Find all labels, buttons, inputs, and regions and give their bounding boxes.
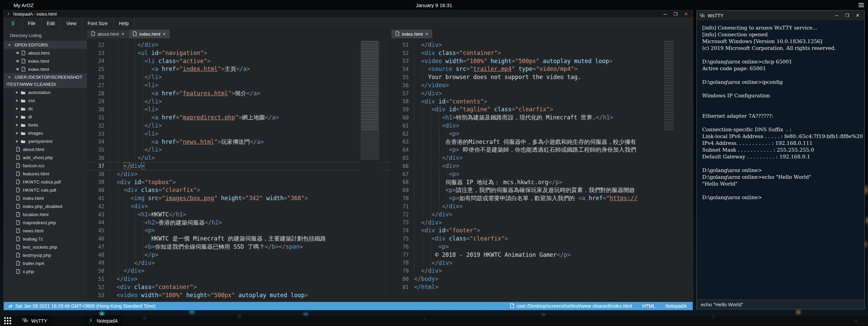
sidebar-file-index.php-disabled[interactable]: index.php_disabled	[4, 202, 87, 210]
taskbar-item-label: NotepadA	[97, 318, 118, 324]
minimap-right[interactable]	[663, 38, 675, 302]
editor-tab-index.html[interactable]: index.html✕	[391, 30, 433, 38]
sidebar-file-add-vhost.php[interactable]: add_vhost.php	[4, 153, 87, 161]
open-editor-item[interactable]: ✕about.html	[4, 49, 87, 57]
sidebar-folder-yamiyamimi[interactable]: ▶yamiyamimi	[4, 137, 87, 145]
file-label: testmysql.php	[23, 253, 51, 258]
file-icon	[133, 31, 137, 37]
sidebar-file-index.html[interactable]: index.html	[4, 194, 87, 202]
folder-label: dc	[28, 106, 33, 111]
file-icon	[510, 303, 514, 309]
sidebar-folder-images[interactable]: ▶images	[4, 129, 87, 137]
code-line-35: 35</li>	[87, 146, 391, 154]
folder-label: css	[28, 98, 35, 103]
chevron-right-icon: ▶	[16, 131, 21, 135]
code-line-77: 77© 2018 - 2019 HKWTC Animation Gamer</p…	[391, 251, 693, 259]
file-icon	[16, 269, 20, 274]
sidebar-file-trailer.mp4[interactable]: trailer.mp4	[4, 259, 87, 267]
notepad-logo-icon	[88, 318, 93, 324]
scrollbar-thumb[interactable]	[360, 41, 379, 160]
wstty-maximize-button[interactable]: ❒	[845, 13, 849, 18]
menu-font-size[interactable]: Font Size	[82, 17, 113, 29]
menu-view[interactable]: View	[61, 17, 82, 29]
code-line-36: 36</ul>	[87, 154, 391, 162]
sidebar-folder-dl[interactable]: ▶dl	[4, 113, 87, 121]
sidebar-file-location.html[interactable]: location.html	[4, 210, 87, 218]
sidebar-file-testmysql.php[interactable]: testmysql.php	[4, 251, 87, 259]
sidebar-folder-fonts[interactable]: ▶fonts	[4, 121, 87, 129]
status-file-path: user:/Desktop/screenshot/test/www cleane…	[517, 303, 632, 309]
notepad-close-button[interactable]: ✕	[684, 12, 688, 16]
wstty-minimize-button[interactable]: ─	[835, 13, 838, 18]
open-editor-item[interactable]: ✕index.html	[4, 65, 87, 73]
folder-icon	[21, 123, 25, 127]
code-line-24: 24<li class="active">	[87, 57, 391, 65]
editor-tab-about.html[interactable]: about.html✕	[87, 30, 129, 38]
sidebar-file-HKWTC-notice.pdf[interactable]: HKWTC notice.pdf	[4, 178, 87, 186]
code-line-71: 71</div>	[391, 203, 693, 211]
tab-close-icon[interactable]: ✕	[425, 32, 428, 36]
sidebar-folder-css[interactable]: ▶css	[4, 96, 87, 104]
code-line-62: 62<p>	[391, 130, 693, 138]
sidebar-file-about.html[interactable]: about.html	[4, 145, 87, 153]
app-launcher-icon[interactable]	[4, 317, 11, 324]
open-editor-item[interactable]: ✕index.html	[4, 57, 87, 65]
menu-help[interactable]: Help	[113, 17, 135, 29]
sidebar-folder-autostation[interactable]: ▶autostation	[4, 88, 87, 96]
code-line-49: 49</div>	[87, 259, 391, 267]
minimap-left[interactable]	[360, 38, 379, 302]
code-line-28: 28<a href="features.html">簡介</a>	[87, 90, 391, 98]
file-label: news.html	[23, 228, 43, 233]
chevron-right-icon: ▶	[16, 107, 21, 110]
code-line-75: 75<div class="clearfix">	[391, 235, 693, 243]
terminal-input[interactable]: echo "Hello World"	[697, 300, 864, 309]
sidebar-file-mapredirect.php[interactable]: mapredirect.php	[4, 218, 87, 227]
sidebar-file-favicon.ico[interactable]: favicon.ico	[4, 161, 87, 170]
sidebar-file-teabag.7z[interactable]: teabag.7z	[4, 235, 87, 243]
code-line-51: 51</div>	[87, 275, 391, 283]
code-line-72: 72</div>	[391, 211, 693, 219]
code-line-29: 29</li>	[87, 98, 391, 106]
file-icon	[21, 51, 25, 55]
taskbar-item-notepada[interactable]: NotepadA	[83, 315, 123, 326]
file-icon	[16, 179, 20, 184]
chevron-right-icon: ▶	[16, 91, 21, 94]
wstty-titlebar[interactable]: WsTTY ─ ❒ ✕	[697, 11, 864, 20]
sidebar-file-test-sockets.php[interactable]: test_sockets.php	[4, 243, 87, 251]
notepad-menubar: FileEditViewFont SizeHelp	[4, 17, 693, 30]
close-icon[interactable]: ✕	[16, 67, 21, 72]
open-editor-label: about.html	[28, 51, 50, 56]
close-icon[interactable]: ✕	[16, 59, 21, 63]
notepad-titlebar[interactable]: NotepadA - index.html ─ ❒ ✕	[4, 11, 693, 17]
system-top-bar: My ArOZ January 9 16:31	[0, 0, 868, 10]
terminal-output-area[interactable]: [info] Conencting to arozos WsTTY servic…	[697, 20, 864, 300]
sidebar-file-news.html[interactable]: news.html	[4, 227, 87, 235]
code-editor-left[interactable]: 22</div>23<ul id="navigation">24<li clas…	[87, 38, 391, 302]
notepad-maximize-button[interactable]: ❒	[673, 12, 677, 16]
taskbar-item-wstty[interactable]: WsTTY	[17, 315, 52, 326]
menu-edit[interactable]: Edit	[41, 17, 61, 29]
close-icon[interactable]: ✕	[16, 51, 21, 55]
file-label: add_vhost.php	[23, 155, 53, 160]
file-icon	[16, 228, 20, 233]
editor-tab-index.html[interactable]: index.html✕	[129, 30, 170, 38]
tab-close-icon[interactable]: ✕	[121, 32, 124, 36]
file-icon	[91, 31, 95, 37]
hamburger-menu-icon[interactable]	[858, 3, 864, 7]
sidebar-folder-dc[interactable]: ▶dc	[4, 104, 87, 113]
status-language: HTML	[642, 303, 655, 309]
sidebar-file-HKWTC-rule.pdf[interactable]: HKWTC rule.pdf	[4, 186, 87, 194]
file-label: features.html	[23, 171, 49, 176]
open-editors-header[interactable]: ▾ OPEN EDITORS	[4, 41, 87, 49]
code-editor-right[interactable]: 51</div>52<div class="container">53<vide…	[391, 38, 693, 302]
sidebar-file-x.php[interactable]: x.php	[4, 267, 87, 275]
tab-close-icon[interactable]: ✕	[163, 32, 166, 36]
wstty-close-button[interactable]: ✕	[856, 13, 860, 18]
notepad-minimize-button[interactable]: ─	[663, 12, 667, 16]
workspace-header[interactable]: ▾ USER:/DESKTOP/SCREENSHOT /TEST/WWW CLE…	[4, 73, 87, 88]
chevron-right-icon: ▶	[16, 123, 21, 127]
file-icon	[16, 155, 20, 160]
menu-file[interactable]: File	[22, 17, 41, 29]
sidebar-file-features.html[interactable]: features.html	[4, 170, 87, 178]
chevron-down-icon: ▾	[8, 74, 15, 81]
